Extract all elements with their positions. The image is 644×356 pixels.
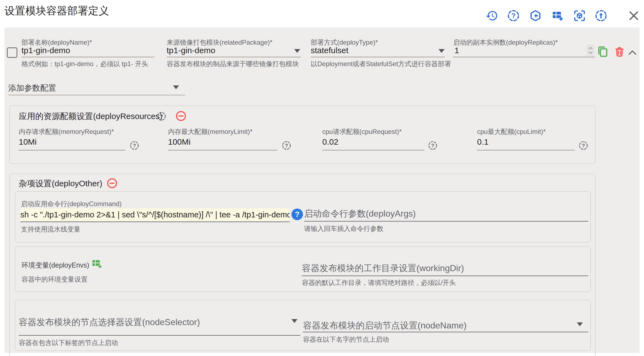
working-dir-underline [302,276,588,276]
deploy-name-input[interactable]: tp1-gin-demo [21,46,70,55]
memory-limit-input[interactable]: 100Mi [168,137,191,147]
remove-resources-icon[interactable] [175,110,187,122]
node-name-helper: 容器在以下名字的节点上启动 [303,335,389,344]
cpu-request-underline [322,150,424,150]
add-param-select[interactable]: 添加参数配置 [8,83,56,94]
memory-request-label: 内存请求配额(memoryRequest)* [19,127,114,136]
copy-row-icon[interactable] [596,45,609,58]
deploy-command-helper: 支持使用流水线变量 [21,225,80,234]
deploy-envs-label: 环境变量(deployEnvs) [21,261,89,270]
svg-text:?: ? [285,143,288,149]
memory-limit-label: 内存最大配额(memoryLimit)* [168,127,253,136]
cpu-request-input[interactable]: 0.02 [322,137,338,147]
deploy-type-helper: 以Deployment或者StatefulSet方式进行容器部署 [311,60,451,68]
memory-limit-help-icon[interactable]: ? [282,141,291,150]
deploy-type-select[interactable]: statefulset [311,46,348,55]
remove-deploy-other-icon[interactable] [106,177,118,189]
deploy-replicas-input[interactable]: 1 [454,46,459,55]
close-icon[interactable] [627,9,640,22]
svg-text:?: ? [431,143,434,149]
svg-text:?: ? [133,143,136,149]
memory-limit-underline [168,150,277,150]
working-dir-input[interactable]: 容器发布模块的工作目录设置(workingDir) [302,262,464,274]
node-name-dropdown-icon[interactable] [577,322,583,326]
working-dir-helper: 容器的默认工作目录，请填写绝对路径，必须以/开头 [302,278,456,287]
cpu-request-label: cpu请求配额(cpuRequest)* [322,127,402,136]
svg-text:?: ? [160,114,163,119]
cpu-limit-underline [477,150,575,150]
cpu-limit-label: cpu最大配额(cpuLimit)* [477,127,546,136]
deploy-command-underline [20,222,290,222]
node-name-underline [303,332,588,332]
node-selector-select[interactable]: 容器发布模块的节点选择器设置(nodeSelector) [19,316,200,328]
add-param-underline [8,95,185,95]
row-select-checkbox[interactable] [7,47,17,58]
deploy-type-underline [311,57,445,57]
deploy-args-underline [304,221,588,222]
related-package-underline [167,57,301,57]
cpu-request-help-icon[interactable]: ? [428,141,438,150]
deploy-type-dropdown-icon[interactable] [439,49,445,53]
related-package-dropdown-icon[interactable] [294,49,300,53]
deploy-name-helper: 格式例如：tp1-gin-demo，必须以 tp1- 开头 [21,60,148,68]
deploy-resources-title: 应用的资源配额设置(deployResources) [19,111,163,122]
deploy-replicas-underline [453,57,595,57]
collapse-chevron-icon[interactable] [628,50,637,56]
page-title: 设置模块容器部署定义 [4,4,109,18]
history-icon[interactable] [486,9,498,22]
cube-scan-icon[interactable] [573,9,586,22]
node-selector-helper: 容器在包含以下标签的节点上启动 [19,338,118,347]
deploy-command-help-icon[interactable]: ? [291,209,303,220]
replicas-stepper[interactable] [587,45,594,56]
deploy-args-helper: 请输入回车插入命令行参数 [304,224,383,233]
deploy-command-label: 启动应用命令行(deployCommand) [21,199,121,208]
memory-request-underline [19,150,125,150]
add-param-dropdown-icon[interactable] [173,85,179,89]
cpu-limit-help-icon[interactable]: ? [578,141,588,150]
node-selector-dropdown-icon[interactable] [291,319,297,323]
deploy-name-underline [21,57,154,57]
table-add-icon[interactable] [551,9,564,22]
deploy-envs-helper: 容器中的环境变量设置 [21,275,88,284]
help-icon[interactable]: ? [507,9,520,22]
related-package-helper: 容器发布模块的制品来源于哪些镜像打包模块 [167,60,299,68]
resources-help-icon[interactable]: ? [156,111,166,121]
cpu-limit-input[interactable]: 0.1 [477,137,489,147]
deploy-other-title: 杂项设置(deployOther) [19,178,102,189]
related-package-select[interactable]: tp1-gin-demo [167,46,215,55]
hexagon-back-icon[interactable] [529,9,542,22]
deploy-replicas-label: 启动的副本实例数(deployReplicas)* [453,38,558,47]
delete-row-icon[interactable] [614,46,625,58]
node-selector-underline [19,335,300,336]
deploy-command-input[interactable]: sh -c "./tp1-gin-demo 2>&1 | sed \"s/^/[… [20,208,290,221]
deploy-args-input[interactable]: 启动命令行参数(deployArgs) [304,208,416,220]
svg-text:?: ? [511,12,515,20]
upload-circle-icon[interactable] [595,9,607,22]
memory-request-input[interactable]: 10Mi [19,137,37,147]
node-name-select[interactable]: 容器发布模块的启动节点设置(nodeName) [303,320,467,332]
memory-request-help-icon[interactable]: ? [129,141,139,150]
add-env-table-icon[interactable] [91,258,102,269]
svg-text:?: ? [582,143,585,149]
